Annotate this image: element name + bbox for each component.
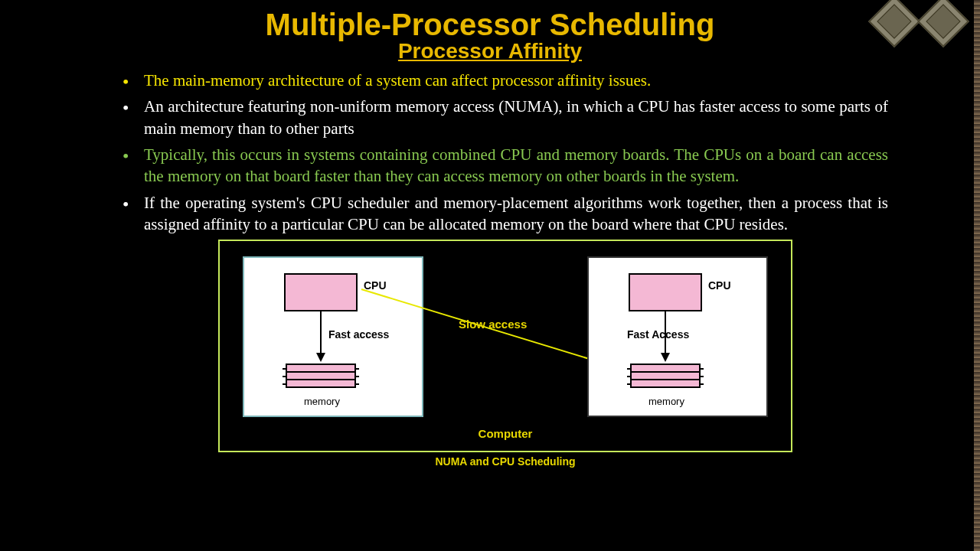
- memory-label: memory: [304, 396, 340, 407]
- cpu-chip-icons: [876, 3, 962, 40]
- slide-subtitle: Processor Affinity: [0, 39, 980, 64]
- bullet-item: If the operating system's CPU scheduler …: [122, 192, 888, 236]
- slide-content: The main-memory architecture of a system…: [0, 64, 980, 468]
- memory-stack: [630, 365, 701, 388]
- slow-access-label: Slow access: [459, 318, 527, 331]
- computer-label: Computer: [479, 427, 533, 440]
- numa-diagram: CPU Fast access memory Slow access CPU F…: [218, 240, 792, 452]
- bullet-item: Typically, this occurs in systems contai…: [122, 144, 888, 187]
- slide-header: Multiple-Processor Scheduling Processor …: [0, 0, 980, 64]
- fast-access-label: Fast Access: [627, 328, 689, 341]
- fast-access-label: Fast access: [328, 328, 389, 341]
- cpu-box: [629, 273, 702, 311]
- slide-title: Multiple-Processor Scheduling: [0, 8, 980, 42]
- bullet-item: An architecture featuring non-uniform me…: [122, 96, 888, 139]
- bullet-item: The main-memory architecture of a system…: [122, 70, 888, 91]
- memory-layer: [630, 379, 701, 388]
- memory-stack: [286, 365, 356, 388]
- memory-layer: [286, 379, 356, 388]
- cpu-box: [284, 273, 358, 311]
- diagram-board-right: CPU Fast Access memory: [587, 256, 768, 417]
- diagram-board-left: CPU Fast access memory: [243, 256, 423, 417]
- bullet-list: The main-memory architecture of a system…: [122, 70, 888, 235]
- cpu-label: CPU: [708, 279, 731, 292]
- diagram-caption: NUMA and CPU Scheduling: [122, 455, 888, 468]
- arrow-down-icon: [320, 311, 322, 360]
- slide-edge-decoration: [974, 0, 980, 551]
- memory-label: memory: [648, 396, 684, 407]
